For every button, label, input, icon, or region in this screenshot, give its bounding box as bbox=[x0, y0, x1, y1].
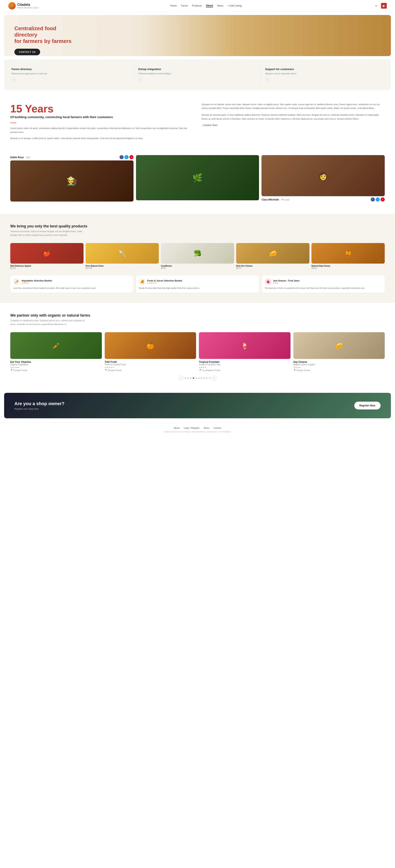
team-name-3: Clara Mitchelle bbox=[261, 198, 279, 201]
nav-links: Home Farms Products About News + Add Lis… bbox=[170, 4, 242, 7]
team-grid: Eddie Rose CEO f t p 👨‍🌾 🌿 👩 Clara M bbox=[10, 155, 385, 202]
team-photo-1: 👨‍🌾 bbox=[10, 160, 134, 202]
products-section: We bring you only the best quality produ… bbox=[0, 214, 395, 303]
social-facebook-1[interactable]: f bbox=[119, 155, 124, 159]
about-section: 15 Years Of building community, connecti… bbox=[0, 90, 395, 155]
farm-name-4: Say Cheese bbox=[293, 361, 385, 364]
footer-link-about[interactable]: About bbox=[174, 427, 179, 429]
footer-link-login[interactable]: Login / Register bbox=[184, 427, 200, 429]
brand-text: Citadela Farms Directory Layout bbox=[17, 3, 39, 9]
social-pinterest-1[interactable]: p bbox=[130, 155, 134, 159]
feature-title-1: Farms directory bbox=[11, 68, 130, 71]
farm-card-1: 🥕 Eat Your Vitamins Organic Vegetables ★… bbox=[10, 332, 102, 371]
farm-stars-3: ★★★★ bbox=[199, 366, 290, 369]
product-price-2: $12.49 bbox=[86, 267, 159, 269]
product-price-5: $3.69 bbox=[311, 267, 385, 269]
menu-icon[interactable]: ≡ bbox=[373, 3, 379, 9]
review-header-3: 🍓 Jam Season - Fruit Jams ★★★ bbox=[265, 278, 382, 285]
review-stars-3: ★★★ bbox=[273, 282, 300, 284]
feature-arrow-2[interactable]: › bbox=[138, 78, 143, 82]
farm-location-4: 📍 Orange County bbox=[293, 369, 385, 371]
farm-location-3: 📍 Los Angeles County bbox=[199, 369, 290, 371]
feature-card-3: Support for customers Aliquam rutrum imp… bbox=[261, 64, 388, 85]
farm-category-1: Organic Vegetables bbox=[10, 364, 102, 366]
about-subtitle: Of building community, connecting local … bbox=[10, 115, 193, 120]
review-avatar-1: 🥕 bbox=[13, 278, 20, 285]
nav-products[interactable]: Products bbox=[192, 4, 202, 7]
team-section: Eddie Rose CEO f t p 👨‍🌾 🌿 👩 Clara M bbox=[0, 155, 395, 214]
feature-arrow-3[interactable]: › bbox=[265, 78, 270, 82]
farm-location-1: 📍 Orange County bbox=[10, 369, 102, 371]
review-product-info-3: Jam Season - Fruit Jams ★★★ bbox=[273, 279, 300, 284]
review-text-1: Love the convenience these baskets provi… bbox=[13, 287, 130, 290]
product-price-4: $6.37 bbox=[236, 267, 309, 269]
footer: About Login / Register News Contact CREA… bbox=[0, 423, 395, 437]
products-grid: 🍎 Red Delicious Apples $3.49 🥄 Pure Natu… bbox=[10, 243, 385, 269]
location-icon-2: 📍 bbox=[105, 369, 107, 371]
about-para1: Lorem ipsum dolor sit amet, consectetur … bbox=[10, 126, 193, 134]
farm-img-1: 🥕 bbox=[10, 332, 102, 359]
review-text-2: Really the best deal featuring high qual… bbox=[139, 287, 256, 290]
dot-9[interactable] bbox=[206, 377, 207, 379]
product-name-4: Red One Cheese bbox=[236, 265, 309, 267]
about-right: Quisque vel mi blandit, varius erat vita… bbox=[202, 102, 385, 127]
dot-2[interactable] bbox=[188, 377, 189, 379]
farm-img-4: 🧀 bbox=[293, 332, 385, 359]
footer-link-news[interactable]: News bbox=[204, 427, 209, 429]
about-divider bbox=[10, 123, 17, 123]
dot-1[interactable] bbox=[185, 377, 186, 379]
team-role-1: CEO bbox=[26, 156, 30, 159]
farm-img-2: 🍊 bbox=[105, 332, 196, 359]
social-twitter-3[interactable]: t bbox=[376, 197, 380, 202]
farm-card-3: 🍹 Tropical Fountain Foods & Candied Frui… bbox=[199, 332, 290, 371]
hero-cta-button[interactable]: CONTACT US bbox=[15, 49, 40, 55]
review-product-info-1: Vegetables Selection Basket ★★★★ bbox=[21, 279, 52, 284]
feature-arrow-1[interactable]: › bbox=[11, 78, 16, 82]
about-right-para1: Quisque vel mi blandit, varius erat vita… bbox=[202, 102, 385, 110]
nav-about[interactable]: About bbox=[206, 4, 213, 7]
social-facebook-3[interactable]: f bbox=[371, 197, 375, 202]
farms-grid: 🥕 Eat Your Vitamins Organic Vegetables ★… bbox=[10, 332, 385, 371]
reviews-grid: 🥕 Vegetables Selection Basket ★★★★ Love … bbox=[10, 276, 385, 293]
team-card-2: 🌿 bbox=[136, 155, 259, 202]
location-icon-1: 📍 bbox=[10, 369, 13, 371]
dot-4[interactable] bbox=[193, 377, 194, 379]
social-pinterest-3[interactable]: p bbox=[380, 197, 385, 202]
farm-category-3: Foods & Candied Fruits bbox=[199, 364, 290, 366]
nav-add-listing[interactable]: + Add Listing bbox=[227, 4, 242, 7]
farm-category-2: Fresh & Candied Fruits bbox=[105, 364, 196, 366]
product-name-1: Red Delicious Apples bbox=[10, 265, 84, 267]
about-left: 15 Years Of building community, connecti… bbox=[10, 102, 193, 143]
nav-news[interactable]: News bbox=[217, 4, 223, 7]
footer-link-contact[interactable]: Contact bbox=[214, 427, 221, 429]
review-product-info-2: Fruits & Juices Selection Basket ★★★★★ bbox=[147, 279, 182, 284]
carousel-prev[interactable]: ‹ bbox=[178, 376, 184, 380]
farm-location-2: 📍 Orange County bbox=[105, 369, 196, 371]
dot-7[interactable] bbox=[201, 377, 202, 379]
nav-home[interactable]: Home bbox=[170, 4, 177, 7]
carousel-next[interactable]: › bbox=[211, 376, 217, 380]
feature-title-3: Support for customers bbox=[265, 68, 384, 71]
dot-8[interactable] bbox=[203, 377, 205, 379]
farm-name-1: Eat Your Vitamins bbox=[10, 361, 102, 364]
feature-desc-3: Aliquam rutrum imperdiet elit et bbox=[265, 72, 384, 75]
location-icon-4: 📍 bbox=[293, 369, 296, 371]
dot-6[interactable] bbox=[198, 377, 200, 379]
product-img-5: 🍯 bbox=[311, 243, 385, 264]
cta-register-button[interactable]: Register Now. bbox=[354, 402, 380, 409]
dot-5[interactable] bbox=[195, 377, 197, 379]
product-card-2: 🥄 Pure Natural Ghee $12.49 bbox=[86, 243, 159, 269]
user-icon[interactable]: ▶ bbox=[381, 3, 387, 9]
farm-name-3: Tropical Fountain bbox=[199, 361, 290, 364]
product-card-1: 🍎 Red Delicious Apples $3.49 bbox=[10, 243, 84, 269]
about-right-para2: Aenean ac laoreet quam. In hac habitasse… bbox=[202, 113, 385, 121]
dot-10[interactable] bbox=[209, 377, 210, 379]
product-card-3: 🥦 Cauliflower $2.61 bbox=[161, 243, 234, 269]
review-header-1: 🥕 Vegetables Selection Basket ★★★★ bbox=[13, 278, 130, 285]
nav-farms[interactable]: Farms bbox=[181, 4, 188, 7]
dot-3[interactable] bbox=[190, 377, 192, 379]
social-twitter-1[interactable]: t bbox=[124, 155, 129, 159]
cta-subtitle: Register your shop here bbox=[15, 408, 64, 410]
review-stars-1: ★★★★ bbox=[21, 282, 52, 284]
brand-name: Citadela bbox=[17, 3, 39, 7]
